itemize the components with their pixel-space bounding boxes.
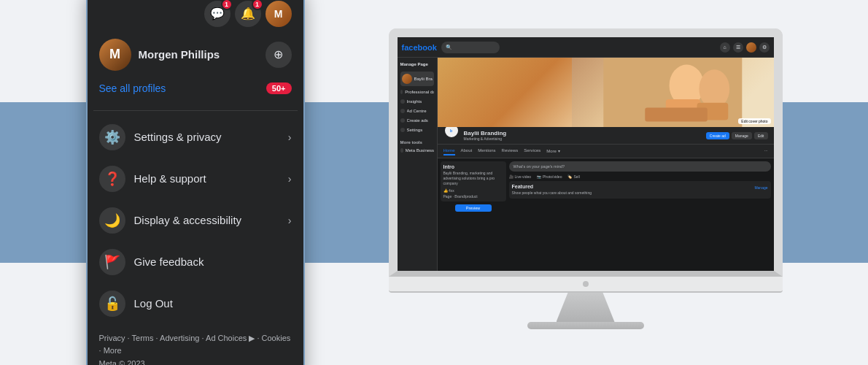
insights-icon xyxy=(400,99,405,104)
tools-icon xyxy=(400,148,403,153)
more-link[interactable]: More xyxy=(104,346,122,355)
featured-manage-link[interactable]: Manage xyxy=(754,185,767,190)
menu-item-display[interactable]: 🌙 Display & accessibility › xyxy=(93,200,298,241)
topbar: 💬 1 🔔 1 M xyxy=(93,1,298,34)
manage-item-createads[interactable]: Create ads xyxy=(400,117,434,124)
inner-settings-icon[interactable]: ⚙ xyxy=(759,42,770,53)
search-icon-inner: 🔍 xyxy=(446,45,452,50)
logout-label: Log Out xyxy=(134,297,173,310)
inner-home-icon[interactable]: ⌂ xyxy=(720,42,730,53)
user-avatar-small[interactable]: M xyxy=(266,1,292,27)
profile-row: M Morgen Phillips ⊕ xyxy=(93,34,298,78)
sidebar-item-page[interactable]: Baylii Branding xyxy=(400,72,434,86)
edit-btn[interactable]: Edit xyxy=(754,132,768,139)
notifications-badge: 1 xyxy=(252,0,263,10)
featured-card: Featured Manage Show people what you car… xyxy=(509,181,771,199)
manage-btn[interactable]: Manage xyxy=(732,132,752,139)
manage-item-insights[interactable]: Insights xyxy=(400,98,434,105)
dashboard-icon xyxy=(400,90,403,94)
see-all-profiles-row: See all profiles 50+ xyxy=(93,78,298,104)
manage-item-dashboard[interactable]: Professional dashboard xyxy=(400,88,434,96)
create-ad-btn[interactable]: Create ad xyxy=(706,132,729,139)
profile-left: M Morgen Phillips xyxy=(99,39,220,71)
cookies-link[interactable]: Cookies xyxy=(262,334,291,342)
settings-sidebar-icon xyxy=(400,128,405,132)
fb-inner-main: Edit cover photo b Baylii Branding Marke… xyxy=(438,58,774,271)
messenger-badge: 1 xyxy=(221,0,233,10)
post-actions-row: 🎥 Live video 📷 Photo/video 🏷️ xyxy=(509,174,771,179)
intro-text: Baylii Branding, marketing and advertisi… xyxy=(443,171,503,186)
featured-header: Featured Manage xyxy=(512,184,768,191)
page-name-sidebar: Baylii Branding xyxy=(414,77,433,81)
fb-inner-logo: facebook xyxy=(402,43,437,52)
fb-page-inner: facebook 🔍 ⌂ ☰ ⚙ Manage Page xyxy=(398,37,774,271)
settings-chevron: › xyxy=(288,131,292,143)
intro-card: Intro Baylii Branding, marketing and adv… xyxy=(441,161,506,201)
dashboard-label: Professional dashboard xyxy=(405,90,433,94)
terms-link[interactable]: Terms xyxy=(132,334,154,342)
photo-label: Photo/video xyxy=(543,174,562,179)
svg-rect-5 xyxy=(645,107,708,121)
photo-btn[interactable]: 📷 Photo/video xyxy=(537,174,562,179)
more-tools-label: More tools xyxy=(400,140,434,145)
menu-item-left: ❓ Help & support xyxy=(99,166,206,192)
imac-container: facebook 🔍 ⌂ ☰ ⚙ Manage Page xyxy=(389,28,783,329)
menu-item-settings[interactable]: ⚙️ Settings & privacy › xyxy=(93,117,298,158)
user-avatar-large[interactable]: M xyxy=(99,39,131,71)
profiles-badge: 50+ xyxy=(266,82,292,94)
avatar-initials: M xyxy=(109,47,120,62)
menu-item-left: ⚙️ Settings & privacy xyxy=(99,124,222,150)
post-input[interactable]: What's on your page's mind? xyxy=(509,161,771,172)
nav-about[interactable]: About xyxy=(461,147,473,155)
live-video-btn[interactable]: 🎥 Live video xyxy=(509,174,532,179)
nav-more[interactable]: More ▾ xyxy=(546,147,559,155)
edit-cover-btn[interactable]: Edit cover photo xyxy=(738,118,770,124)
see-all-profiles-link[interactable]: See all profiles xyxy=(99,82,166,94)
action-buttons: Create ad Manage Edit xyxy=(706,132,768,139)
like-count: 👍 4xx xyxy=(443,188,454,193)
nav-home[interactable]: Home xyxy=(443,147,455,155)
page-info-bar: b Baylii Branding Marketing & Advertisin… xyxy=(438,127,774,145)
inner-menu-icon[interactable]: ☰ xyxy=(733,42,743,53)
inner-right-icons: ⌂ ☰ ⚙ xyxy=(720,42,770,53)
preview-btn[interactable]: Preview xyxy=(455,204,492,212)
adchoices-link[interactable]: Ad Choices ▶ xyxy=(206,334,255,342)
nav-services[interactable]: Services xyxy=(524,147,540,155)
imac-base xyxy=(527,322,644,329)
createads-label: Create ads xyxy=(407,118,428,123)
live-icon: 🎥 xyxy=(509,174,514,179)
manage-page-sidebar: Manage Page Baylii Branding Professional… xyxy=(398,58,438,271)
profile-settings-icon[interactable]: ⊕ xyxy=(266,42,292,68)
page-avatar-sidebar xyxy=(402,74,412,84)
feedback-icon: 🚩 xyxy=(99,249,125,275)
page-category: Marketing & Advertising xyxy=(464,137,507,141)
sell-icon: 🏷️ xyxy=(567,174,572,179)
menu-item-logout[interactable]: 🔓 Log Out xyxy=(93,283,298,324)
insights-label: Insights xyxy=(407,99,422,104)
notifications-icon[interactable]: 🔔 1 xyxy=(235,1,261,27)
inner-avatar-icon[interactable] xyxy=(746,42,756,53)
sell-btn[interactable]: 🏷️ Sell xyxy=(567,174,579,179)
notion-tools-item[interactable]: Meta Business Suite xyxy=(400,147,434,154)
footer: Privacy · Terms · Advertising · Ad Choic… xyxy=(93,325,298,365)
featured-desc: Show people what you care about and some… xyxy=(512,191,768,196)
privacy-link[interactable]: Privacy xyxy=(99,334,125,342)
nav-extra[interactable]: ··· xyxy=(764,147,767,155)
nav-reviews[interactable]: Reviews xyxy=(502,147,519,155)
imac-stand xyxy=(557,293,615,322)
page-type: Page · Brand/product xyxy=(443,194,503,199)
menu-item-left: 🌙 Display & accessibility xyxy=(99,207,242,234)
fb-inner-search[interactable]: 🔍 xyxy=(441,42,500,53)
page-name: Baylii Branding xyxy=(464,130,507,137)
messenger-icon[interactable]: 💬 1 xyxy=(204,1,230,27)
logout-icon: 🔓 xyxy=(99,291,125,317)
manage-item-settings[interactable]: Settings xyxy=(400,126,434,134)
fb-dropdown-panel: 💬 1 🔔 1 M M Morgen Phillips ⊕ See all xyxy=(86,0,305,365)
manage-page-label: Manage Page xyxy=(400,62,434,66)
manage-item-adcentre[interactable]: Ad Centre xyxy=(400,107,434,115)
menu-item-help[interactable]: ❓ Help & support › xyxy=(93,158,298,199)
menu-item-feedback[interactable]: 🚩 Give feedback xyxy=(93,242,298,283)
adcentre-icon xyxy=(400,109,405,113)
nav-mentions[interactable]: Mentions xyxy=(478,147,495,155)
advertising-link[interactable]: Advertising xyxy=(160,334,199,342)
